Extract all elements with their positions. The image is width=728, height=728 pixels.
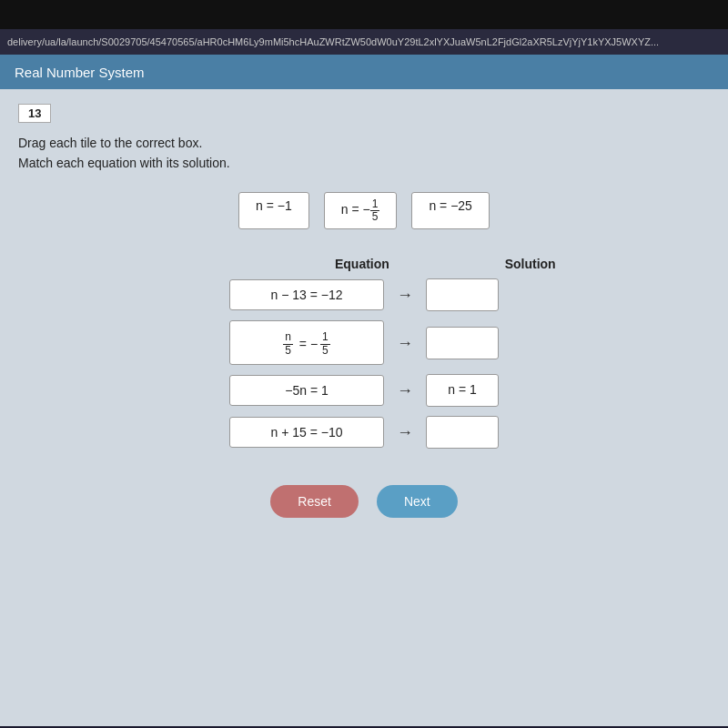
match-row-4: n + 15 = −10 → <box>229 416 499 449</box>
top-bar <box>0 0 728 29</box>
solution-drop-1[interactable] <box>426 278 499 311</box>
matching-area: n − 13 = −12 → n5 = −15 → −5n = 1 → n = … <box>18 278 710 457</box>
question-number: 13 <box>18 104 51 123</box>
solution-drop-2[interactable] <box>426 327 499 359</box>
url-text: delivery/ua/la/launch/S0029705/45470565/… <box>7 36 659 47</box>
tile-n-equals-neg1[interactable]: n = −1 <box>238 192 309 229</box>
match-row-3: −5n = 1 → n = 1 <box>229 374 499 407</box>
match-row-2: n5 = −15 → <box>229 320 499 364</box>
solution-drop-3[interactable]: n = 1 <box>426 374 499 407</box>
equation-box-4: n + 15 = −10 <box>229 417 384 448</box>
column-header-equation: Equation <box>296 257 428 271</box>
tiles-area: n = −1 n = −15 n = −25 <box>18 192 710 229</box>
next-button[interactable]: Next <box>377 485 458 518</box>
tile-n-equals-neg25[interactable]: n = −25 <box>411 192 490 229</box>
equation-box-1: n − 13 = −12 <box>229 279 384 310</box>
arrow-2: → <box>397 335 413 351</box>
column-header-solution: Solution <box>496 257 564 271</box>
arrow-1: → <box>397 287 413 303</box>
arrow-3: → <box>397 382 413 399</box>
instruction-1: Drag each tile to the correct box. <box>18 136 710 150</box>
equation-box-3: −5n = 1 <box>229 375 384 406</box>
tile-n-equals-neg-fifth[interactable]: n = −15 <box>324 192 398 229</box>
app-title: Real Number System <box>15 65 145 80</box>
main-content: 13 Drag each tile to the correct box. Ma… <box>0 89 728 726</box>
reset-button[interactable]: Reset <box>270 485 359 518</box>
equation-box-2: n5 = −15 <box>229 320 384 364</box>
instruction-2: Match each equation with its solution. <box>18 156 710 170</box>
url-bar: delivery/ua/la/launch/S0029705/45470565/… <box>0 29 728 55</box>
match-row-1: n − 13 = −12 → <box>229 278 499 311</box>
solution-drop-4[interactable] <box>426 416 499 449</box>
arrow-4: → <box>397 424 413 440</box>
buttons-area: Reset Next <box>18 485 710 518</box>
app-header: Real Number System <box>0 55 728 89</box>
